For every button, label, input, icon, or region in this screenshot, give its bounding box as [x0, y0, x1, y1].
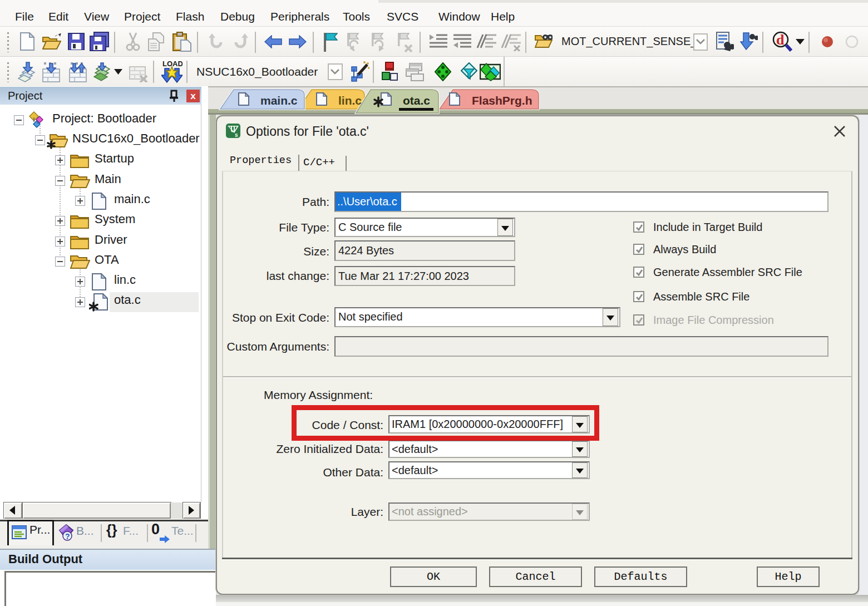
svg-text:LOAD: LOAD: [162, 60, 183, 68]
svg-text:s: s: [235, 132, 238, 138]
svg-text:FlashPrg.h: FlashPrg.h: [472, 94, 532, 107]
svg-text:ota.c: ota.c: [403, 94, 430, 107]
svg-text:main.c: main.c: [260, 94, 298, 107]
svg-text:d: d: [776, 32, 785, 48]
svg-text:?: ?: [65, 532, 70, 541]
svg-text:lin.c: lin.c: [338, 94, 362, 107]
